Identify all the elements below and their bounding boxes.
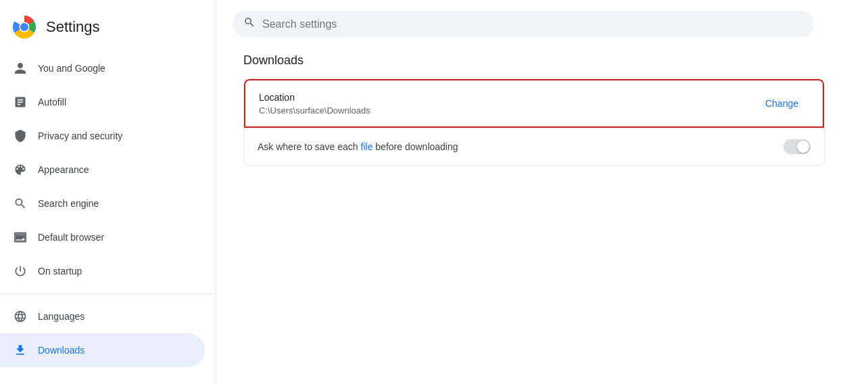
sidebar-item-downloads[interactable]: Downloads: [0, 333, 205, 367]
sidebar-item-label-default-browser: Default browser: [38, 232, 104, 243]
power-icon: [14, 264, 27, 278]
download-icon: [14, 343, 27, 357]
browser-icon: [14, 231, 27, 244]
sidebar: Settings You and Google Autofill Privacy…: [0, 0, 216, 384]
search-icon: [14, 197, 27, 210]
sidebar-header: Settings: [0, 7, 216, 51]
sidebar-item-appearance[interactable]: Appearance: [0, 153, 205, 187]
section-title: Downloads: [243, 53, 841, 68]
ask-text-link: file: [361, 141, 373, 152]
sidebar-item-label-privacy-security: Privacy and security: [38, 130, 122, 141]
change-button[interactable]: Change: [754, 93, 809, 114]
ask-toggle-label: Ask where to save each file before downl…: [258, 141, 458, 152]
search-input[interactable]: [262, 18, 803, 30]
palette-icon: [14, 163, 27, 176]
content-area: Downloads Location C:\Users\surface\Down…: [216, 48, 868, 384]
downloads-card: Location C:\Users\surface\Downloads Chan…: [243, 78, 825, 166]
sidebar-item-label-appearance: Appearance: [38, 164, 89, 175]
search-icon: [243, 16, 256, 32]
globe-icon: [14, 310, 27, 323]
location-label: Location: [259, 92, 754, 103]
sidebar-item-default-browser[interactable]: Default browser: [0, 220, 205, 254]
sidebar-item-search-engine[interactable]: Search engine: [0, 187, 205, 220]
sidebar-item-label-on-startup: On startup: [38, 266, 82, 277]
sidebar-item-label-languages: Languages: [38, 311, 85, 322]
sidebar-item-autofill[interactable]: Autofill: [0, 85, 205, 119]
sidebar-item-label-search-engine: Search engine: [38, 198, 99, 209]
ask-text-after: before downloading: [372, 141, 458, 152]
person-icon: [14, 62, 27, 75]
svg-rect-4: [15, 233, 26, 235]
search-bar-container: [216, 0, 868, 48]
sidebar-navigation: You and Google Autofill Privacy and secu…: [0, 51, 216, 384]
svg-point-2: [20, 23, 28, 31]
sidebar-item-on-startup[interactable]: On startup: [0, 254, 205, 288]
autofill-icon: [14, 95, 27, 109]
location-info: Location C:\Users\surface\Downloads: [259, 92, 754, 116]
sidebar-item-you-and-google[interactable]: You and Google: [0, 51, 205, 85]
sidebar-item-label-autofill: Autofill: [38, 97, 66, 107]
ask-toggle-row: Ask where to save each file before downl…: [244, 128, 824, 165]
location-row: Location C:\Users\surface\Downloads Chan…: [244, 79, 824, 128]
sidebar-item-label-downloads: Downloads: [38, 345, 85, 356]
nav-divider: [0, 293, 216, 294]
settings-title: Settings: [46, 18, 100, 36]
sidebar-item-languages[interactable]: Languages: [0, 299, 205, 333]
main-content: Downloads Location C:\Users\surface\Down…: [216, 0, 868, 384]
shield-icon: [14, 129, 27, 143]
location-path: C:\Users\surface\Downloads: [259, 105, 754, 116]
ask-text-before: Ask where to save each: [258, 141, 361, 152]
chrome-logo-icon: [11, 14, 38, 41]
sidebar-item-privacy-security[interactable]: Privacy and security: [0, 119, 205, 153]
search-bar: [233, 11, 814, 37]
ask-toggle[interactable]: [783, 139, 811, 154]
sidebar-item-label-you-and-google: You and Google: [38, 63, 105, 74]
